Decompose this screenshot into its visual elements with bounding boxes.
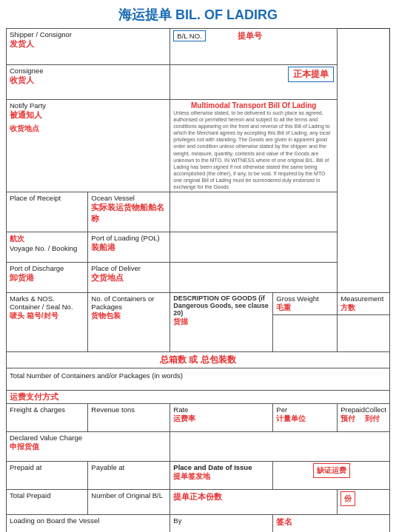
- desc-cn: 货描: [173, 317, 269, 327]
- port-loading-cn: 装船港: [91, 242, 167, 253]
- revenue-tons-cell: Revenue tons: [88, 404, 170, 432]
- port-discharge-en: Port of Discharge: [10, 264, 84, 272]
- multimodal-cell: Multimodal Transport Bill Of Lading Unle…: [170, 100, 338, 192]
- shipper-cell: Shipper / Consignor 发货人: [7, 29, 170, 65]
- total-containers-en: Total Number of Containers and/or Packag…: [10, 371, 386, 380]
- declared-value-data-cell: [170, 432, 390, 462]
- marks-en: Marks & NOS. Container / Seal No.: [10, 294, 84, 311]
- multimodal-spacer2: [170, 232, 338, 263]
- containers-cell: No. of Containers or Packages 货物包装: [88, 293, 170, 352]
- desc-cell: DESCRIPTION OF GOODS (if Dangerous Goods…: [170, 293, 273, 352]
- marks-cn: 唛头 箱号/封号: [10, 311, 84, 321]
- gross-data-cell: [273, 315, 338, 352]
- place-issue-en: Place and Date of Issue: [173, 463, 269, 471]
- declared-en: Declared Value Charge: [10, 434, 167, 442]
- rate-cn: 运费率: [173, 414, 269, 424]
- freight-cell: Freight & charges: [7, 404, 88, 432]
- num-original-stamp-cell: 份: [338, 490, 390, 515]
- consignee-label-en: Consignee: [10, 67, 167, 75]
- sign-cell: 签名: [273, 515, 390, 532]
- num-original-cn: 提单正本份数: [173, 491, 334, 502]
- total-containers-annotation-cell: 总箱数 或 总包装数: [7, 352, 390, 368]
- port-loading-en: Port of Loading (POL): [91, 234, 167, 242]
- gross-weight-cell: Gross Weight 毛重: [273, 293, 338, 315]
- notify-label-cn: 被通知人: [10, 110, 167, 121]
- shipper-label-en: Shipper / Consignor: [10, 30, 167, 38]
- measurement-en: Measurement: [340, 294, 386, 303]
- declared-cell: Declared Value Charge 申报货值: [7, 432, 170, 462]
- measurement-data-cell: [338, 315, 390, 352]
- gross-weight-cn: 毛重: [276, 303, 334, 313]
- gross-weight-en: Gross Weight: [276, 294, 334, 303]
- voyage-cell: 航次 Voyage No. / Booking: [7, 232, 88, 263]
- zhengben-badge: 正本提单: [288, 67, 334, 82]
- multimodal-title: Multimodal Transport Bill Of Lading: [173, 101, 334, 110]
- freight-en: Freight & charges: [10, 405, 84, 414]
- per-en: Per: [276, 405, 334, 414]
- place-receipt-en: Place of Receipt: [10, 194, 84, 202]
- rate-en: Rate: [173, 405, 269, 414]
- payable-at-en: Payable at: [91, 463, 167, 471]
- total-prepaid-cell: Total Prepaid: [7, 490, 88, 515]
- shipper-label-cn: 发货人: [10, 38, 167, 50]
- place-issue-cn: 提单签发地: [173, 471, 269, 482]
- prepaid-at-en: Prepaid at: [10, 463, 84, 471]
- collect-cn: 到付: [365, 414, 386, 424]
- ocean-vessel-cn: 实际装运货物船舶名称: [91, 202, 167, 224]
- place-delivery-en: Place of Deliver: [91, 264, 167, 272]
- total-containers-cn: 总箱数 或 总包装数: [10, 354, 386, 366]
- multimodal-body: Unless otherwise stated, to be delivered…: [173, 110, 334, 190]
- num-original-cn-cell: 提单正本份数: [170, 490, 338, 515]
- payable-at-cell: Payable at: [88, 462, 170, 490]
- loading-cell: Loading on Board the Vessel: [7, 515, 170, 532]
- place-issue-cell: Place and Date of Issue 提单签发地: [170, 462, 273, 490]
- prepaid-en: Prepaid: [340, 405, 365, 414]
- zhengben-cell: 正本提单: [170, 65, 338, 100]
- containers-cn: 货物包装: [91, 311, 167, 321]
- freight-cn: 运费支付方式: [10, 391, 386, 403]
- sign-cn: 签名: [276, 516, 386, 528]
- blno-cn: 提单号: [238, 31, 262, 40]
- prepaid-cn: 预付: [340, 414, 365, 424]
- page-title: 海运提单 BIL. OF LADIRG: [6, 6, 390, 24]
- voyage-en: Voyage No. / Booking: [10, 244, 84, 252]
- notify-cell: Notify Party 被通知人 收货地点: [7, 100, 170, 192]
- loading-en: Loading on Board the Vessel: [10, 516, 167, 525]
- place-delivery-cn: 交货地点: [91, 272, 167, 283]
- multimodal-spacer: [170, 192, 338, 232]
- port-discharge-cell: Port of Discharge 卸货港: [7, 263, 88, 293]
- place-receipt-cell: Place of Receipt: [7, 192, 88, 232]
- consignee-label-cn: 收货人: [10, 75, 167, 86]
- per-cn: 计量单位: [276, 414, 334, 424]
- place-delivery-cell: Place of Deliver 交货地点: [88, 263, 170, 293]
- notify-label-en: Notify Party: [10, 101, 167, 110]
- consignee-cell: Consignee 收货人: [7, 65, 170, 100]
- prepaid-collect-cell: Prepaid 预付 Collect 到付: [338, 404, 390, 432]
- total-containers-words-cell: Total Number of Containers and/or Packag…: [7, 368, 390, 391]
- prepaid-at-cell: Prepaid at: [7, 462, 88, 490]
- blno-cell: B/L NO. 提单号: [170, 29, 338, 65]
- rate-cell: Rate 运费率: [170, 404, 273, 432]
- declared-cn: 申报货值: [10, 442, 167, 452]
- collect-en: Collect: [365, 405, 386, 414]
- port-loading-cell: Port of Loading (POL) 装船港: [88, 232, 170, 263]
- measurement-cell: Measurement 方数: [338, 293, 390, 315]
- place-receipt-cn-note: 收货地点: [10, 124, 167, 134]
- marks-cell: Marks & NOS. Container / Seal No. 唛头 箱号/…: [7, 293, 88, 352]
- containers-en: No. of Containers or Packages: [91, 294, 167, 311]
- ocean-vessel-en: Ocean Vessel: [91, 194, 167, 202]
- desc-en: DESCRIPTION OF GOODS (if Dangerous Goods…: [173, 294, 269, 317]
- loading-by-label: By: [173, 516, 269, 525]
- blno-label: B/L NO.: [173, 30, 205, 41]
- spacer3: [170, 263, 338, 293]
- freight-annotation-cell: 运费支付方式: [7, 391, 390, 404]
- port-discharge-cn: 卸货港: [10, 272, 84, 283]
- num-original-cell: Number of Original B/L: [88, 490, 170, 515]
- stamp-badge: 缺证运费: [313, 463, 350, 478]
- original-count-badge: 份: [340, 491, 355, 506]
- by-cell: By: [170, 515, 273, 532]
- measurement-cn: 方数: [340, 303, 386, 313]
- revenue-tons-en: Revenue tons: [91, 405, 167, 414]
- stamp-cell: 缺证运费: [273, 462, 390, 490]
- voyage-cn: 航次: [10, 234, 84, 244]
